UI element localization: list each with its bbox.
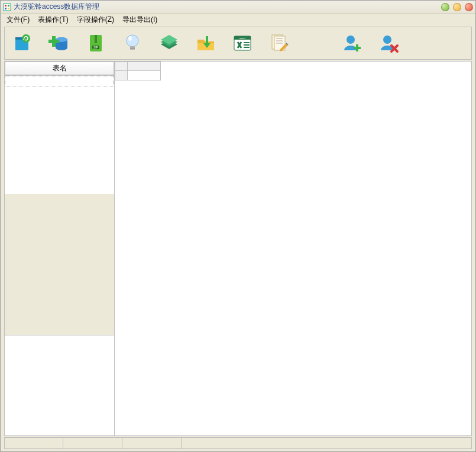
table-name-column-header[interactable]: 表名 <box>5 62 114 75</box>
table-list-header: 表名 <box>5 62 114 76</box>
edit-document-button[interactable] <box>267 31 291 55</box>
menu-export[interactable]: 导出导出(I) <box>119 14 161 26</box>
database-add-icon <box>48 33 70 54</box>
titlebar: 大漠驼铃access数据库管理 <box>1 1 475 14</box>
tables-button[interactable] <box>157 31 181 55</box>
book-refresh-icon <box>12 33 33 54</box>
delete-user-button[interactable] <box>377 31 401 55</box>
svg-rect-22 <box>244 42 250 43</box>
table-list[interactable] <box>5 76 114 194</box>
menu-file[interactable]: 文件(F) <box>3 14 33 26</box>
data-grid-header <box>115 62 471 80</box>
svg-rect-1 <box>5 5 7 7</box>
statusbar <box>4 437 472 449</box>
svg-rect-9 <box>48 40 59 43</box>
books-stack-icon <box>158 33 180 54</box>
user-add-icon <box>342 33 363 54</box>
svg-point-30 <box>347 35 355 44</box>
svg-rect-24 <box>244 47 250 48</box>
add-user-button[interactable] <box>341 31 364 55</box>
left-panel: 表名 <box>5 62 115 435</box>
menu-field-ops[interactable]: 字段操作(Z) <box>73 14 118 26</box>
minimize-button[interactable] <box>441 3 449 11</box>
grid-cell[interactable] <box>128 71 161 80</box>
grid-col-header[interactable] <box>128 62 161 71</box>
app-icon <box>3 3 11 11</box>
svg-point-14 <box>127 35 138 47</box>
import-button[interactable] <box>194 31 218 55</box>
left-middle-panel <box>5 194 114 335</box>
main-area: 表名 <box>4 61 472 436</box>
new-database-button[interactable] <box>47 31 71 55</box>
close-button[interactable] <box>465 3 473 11</box>
window-controls <box>441 3 473 11</box>
svg-point-5 <box>22 34 30 43</box>
svg-rect-17 <box>130 47 135 47</box>
svg-text:excel: excel <box>239 37 245 40</box>
menu-table-ops[interactable]: 表操作(T) <box>34 14 72 26</box>
svg-text:ZIP: ZIP <box>93 46 98 49</box>
svg-rect-0 <box>4 4 11 11</box>
left-bottom-panel <box>5 335 114 435</box>
svg-rect-11 <box>95 35 97 43</box>
open-database-button[interactable] <box>11 31 34 55</box>
data-grid-panel <box>115 62 471 435</box>
document-edit-icon <box>268 33 290 54</box>
tips-button[interactable] <box>121 31 144 55</box>
svg-rect-4 <box>8 8 9 9</box>
status-segment-4 <box>182 438 472 449</box>
menubar: 文件(F) 表操作(T) 字段操作(Z) 导出导出(I) <box>1 14 475 25</box>
compress-button[interactable]: ZIP <box>84 31 108 55</box>
svg-rect-18 <box>130 48 135 49</box>
data-grid-body[interactable] <box>115 80 471 435</box>
app-window: 大漠驼铃access数据库管理 文件(F) 表操作(T) 字段操作(Z) 导出导… <box>0 0 476 452</box>
excel-export-icon: excel <box>232 33 253 54</box>
status-segment-3 <box>122 438 182 449</box>
zip-archive-icon: ZIP <box>85 33 106 54</box>
status-segment-2 <box>63 438 122 449</box>
grid-corner-top[interactable] <box>115 62 128 71</box>
svg-rect-2 <box>8 5 9 7</box>
maximize-button[interactable] <box>453 3 461 11</box>
grid-row-header[interactable] <box>115 71 128 80</box>
svg-rect-23 <box>244 44 250 46</box>
table-list-row-empty[interactable] <box>5 76 114 86</box>
folder-download-icon <box>195 33 216 54</box>
user-delete-icon <box>378 33 400 54</box>
svg-rect-3 <box>5 8 7 9</box>
svg-point-33 <box>383 35 391 44</box>
status-segment-1 <box>4 438 63 449</box>
svg-rect-32 <box>354 47 361 49</box>
export-excel-button[interactable]: excel <box>231 31 254 55</box>
toolbar: ZIP <box>4 27 472 60</box>
window-title: 大漠驼铃access数据库管理 <box>14 2 441 12</box>
lightbulb-icon <box>122 33 143 54</box>
svg-point-15 <box>128 36 132 41</box>
